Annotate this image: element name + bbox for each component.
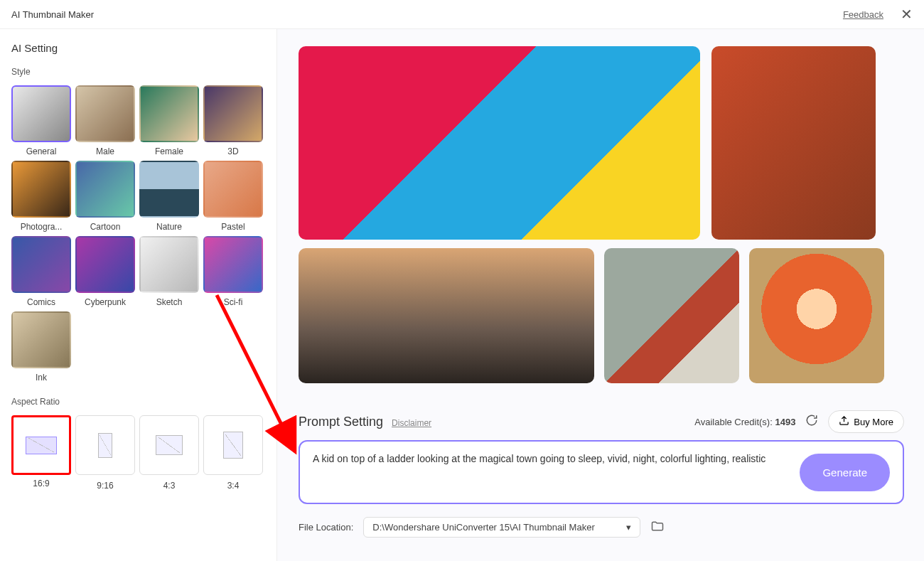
style-cartoon[interactable]: Cartoon [75,161,135,232]
ratio-4-3[interactable]: 4:3 [139,415,199,491]
titlebar-controls: Feedback ✕ [843,6,913,23]
style-thumb-comics [11,236,71,293]
style-ink[interactable]: Ink [11,311,71,383]
style-section-label: Style [11,67,265,77]
style-label: Female [155,146,183,156]
generate-button[interactable]: Generate [800,454,890,491]
prompt-setting-title: Prompt Setting [299,415,383,429]
credits-display: Available Credit(s): 1493 [694,417,795,427]
credits-label: Available Credit(s): [694,417,775,427]
disclaimer-link[interactable]: Disclaimer [392,418,431,428]
style-male[interactable]: Male [75,85,135,156]
style-label: Photogra... [21,222,63,232]
style-nature[interactable]: Nature [139,161,199,232]
feedback-link[interactable]: Feedback [843,9,883,20]
file-location-label: File Location: [299,522,353,533]
app-title: AI Thumbnail Maker [11,9,94,20]
aspect-ratio-grid: 16:9 9:16 4:3 3:4 [11,415,265,491]
ratio-label: 9:16 [97,481,113,491]
style-label: Ink [36,373,47,383]
upload-icon [839,415,849,428]
style-pastel[interactable]: Pastel [203,161,263,232]
ratio-9-16[interactable]: 9:16 [75,415,135,491]
preview-image-5[interactable] [749,248,884,383]
prompt-section: Prompt Setting Disclaimer Available Cred… [299,410,904,504]
ratio-label: 3:4 [227,481,240,491]
style-thumb-photography [11,161,71,218]
style-comics[interactable]: Comics [11,236,71,307]
sidebar-heading: AI Setting [11,42,265,54]
style-female[interactable]: Female [139,85,199,156]
style-photography[interactable]: Photogra... [11,161,71,232]
style-thumb-general [11,85,71,142]
style-grid: General Male Female 3D Photogra... Carto… [11,85,265,383]
preview-gallery [299,46,904,383]
style-label: Nature [156,222,182,232]
style-thumb-cartoon [75,161,135,218]
file-location-row: File Location: D:\Wondershare UniConvert… [299,517,904,538]
style-general[interactable]: General [11,85,71,156]
preview-image-2[interactable] [711,46,876,240]
style-label: Male [96,146,114,156]
style-label: Cartoon [90,222,121,232]
style-label: Cyberpunk [85,297,126,307]
style-thumb-female [139,85,199,142]
ratio-label: 4:3 [163,481,176,491]
style-scifi[interactable]: Sci-fi [203,236,263,307]
preview-image-3[interactable] [299,248,594,383]
preview-image-4[interactable] [604,248,739,383]
sidebar: AI Setting Style General Male Female 3D … [0,29,277,561]
aspect-ratio-label: Aspect Ratio [11,397,265,407]
style-sketch[interactable]: Sketch [139,236,199,307]
style-label: Sci-fi [224,297,243,307]
prompt-input-container: Generate [299,440,904,504]
style-thumb-ink [11,311,71,368]
style-3d[interactable]: 3D [203,85,263,156]
credits-value: 1493 [775,417,795,427]
ratio-3-4[interactable]: 3:4 [203,415,263,491]
style-cyberpunk[interactable]: Cyberpunk [75,236,135,307]
close-icon[interactable]: ✕ [901,6,913,23]
file-location-select[interactable]: D:\Wondershare UniConverter 15\AI Thumbn… [363,517,640,538]
buy-more-label: Buy More [854,417,893,427]
style-thumb-pastel [203,161,263,218]
style-label: General [26,146,57,156]
style-label: Sketch [156,297,183,307]
style-label: Pastel [221,222,245,232]
style-thumb-sketch [139,236,199,293]
style-thumb-scifi [203,236,263,293]
style-label: Comics [27,297,55,307]
refresh-icon[interactable] [805,414,818,429]
preview-image-1[interactable] [299,46,700,240]
file-location-path: D:\Wondershare UniConverter 15\AI Thumbn… [372,522,594,533]
style-thumb-3d [203,85,263,142]
main-panel: Prompt Setting Disclaimer Available Cred… [277,29,924,561]
style-thumb-male [75,85,135,142]
style-thumb-cyberpunk [75,236,135,293]
style-thumb-nature [139,161,199,218]
titlebar: AI Thumbnail Maker Feedback ✕ [0,0,924,29]
folder-icon[interactable] [650,519,665,536]
prompt-textarea[interactable] [313,452,785,493]
ratio-label: 16:9 [33,479,49,488]
ratio-16-9[interactable]: 16:9 [11,415,71,491]
style-label: 3D [227,146,238,156]
buy-more-button[interactable]: Buy More [828,410,904,433]
chevron-down-icon: ▾ [626,522,631,533]
